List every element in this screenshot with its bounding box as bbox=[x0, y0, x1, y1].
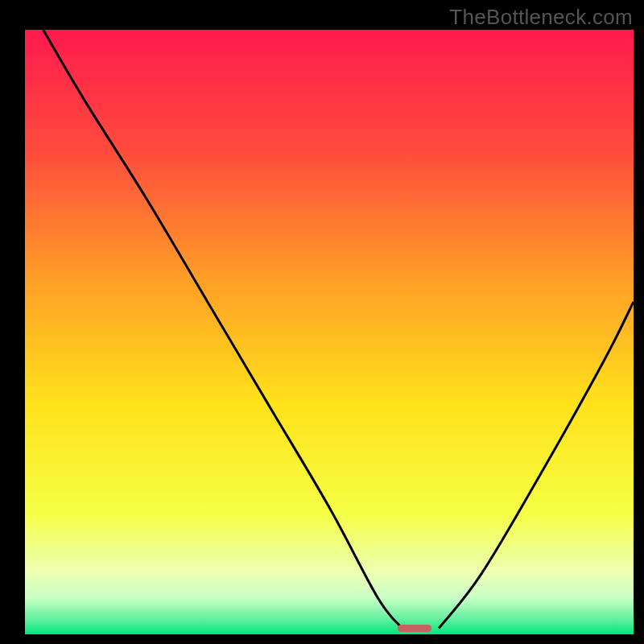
plot-area bbox=[25, 30, 634, 634]
curve-left-branch bbox=[43, 30, 402, 628]
curve-right-branch bbox=[439, 302, 634, 629]
bottleneck-chart: TheBottleneck.com bbox=[0, 0, 644, 644]
optimal-marker bbox=[398, 625, 431, 632]
bottleneck-curve bbox=[25, 30, 634, 634]
watermark-text: TheBottleneck.com bbox=[449, 5, 633, 30]
